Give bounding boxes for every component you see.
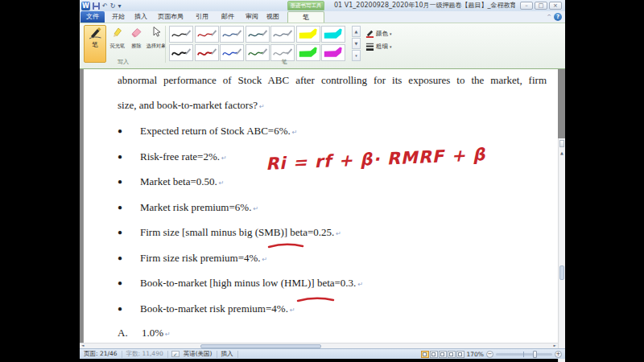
cursor-arrow-icon [150, 26, 162, 38]
ink-thickness-label: 粗细 [376, 43, 388, 51]
bullet-item: ●Book-to-market [high minus low (HML)] b… [118, 277, 547, 293]
pen-style-cell[interactable] [195, 26, 219, 43]
minimize-button[interactable]: – [520, 2, 533, 10]
bullet-item: ●Book-to-market risk premium=4%.↵ [118, 302, 547, 319]
ink-thickness-button[interactable]: 粗细 ▾ [365, 41, 392, 51]
highlighter-button[interactable]: 荧光笔 [108, 26, 126, 61]
ruler-toggle-icon[interactable] [559, 140, 564, 147]
help-icon[interactable]: ? [554, 13, 562, 21]
bullet-icon: ● [118, 278, 140, 287]
zoom-in-button[interactable]: + [555, 351, 562, 358]
paragraph-line: abnormal performance of Stock ABC after … [118, 74, 547, 90]
save-icon[interactable] [93, 2, 100, 10]
status-separator [167, 351, 168, 358]
print-layout-view-button[interactable] [421, 351, 429, 358]
ribbon-group-pens: ▲ ▼ ▾ 颜色 ▾ 粗细 ▾ 笔 [167, 23, 402, 67]
paragraph-mark: ↵ [165, 331, 171, 338]
highlighter-icon [111, 26, 123, 38]
bullet-text: Book-to-market [high minus low (HML)] be… [140, 277, 356, 289]
tab-references[interactable]: 引用 [192, 11, 212, 23]
answer-option-a: A.1.0%↵ [118, 327, 547, 343]
ink-underline-hml [296, 295, 335, 303]
vertical-scroll-thumb[interactable] [559, 265, 564, 280]
customize-qat-icon[interactable]: ▾ [118, 2, 121, 10]
pen-style-cell[interactable] [169, 26, 193, 43]
word-logo-icon[interactable]: W [81, 2, 90, 10]
tab-page-layout[interactable]: 页面布局 [154, 11, 188, 23]
ink-color-button[interactable]: 颜色 ▾ [365, 28, 392, 39]
bullet-item: ●Market beta=0.50.↵ [118, 175, 547, 191]
document-page[interactable]: abnormal performance of Stock ABC after … [83, 69, 558, 343]
zoom-slider-tick [523, 352, 524, 357]
web-layout-view-button[interactable] [439, 351, 447, 358]
ribbon-group-write: 笔 荧光笔 擦除 选择对象 [81, 23, 165, 67]
zoom-slider-handle[interactable] [533, 351, 537, 358]
insert-mode-indicator[interactable]: 插入 [217, 350, 237, 358]
scroll-up-icon[interactable]: ▲ [559, 149, 565, 157]
word-window: W ↶ ↻ ▾ 墨迹书写工具 01 V1_20200928_2020年10月一级… [80, 0, 565, 359]
status-bar: 页面: 21/46 字数: 11,490 ✓ 英语(美国) 插入 170% − … [80, 348, 565, 359]
bullet-icon: ● [118, 126, 140, 135]
group-separator [165, 26, 166, 63]
paragraph-mark: ↵ [253, 205, 258, 212]
select-objects-button[interactable]: 选择对象 [146, 26, 166, 61]
highlighter-style-cell[interactable] [321, 26, 345, 43]
ribbon-tab-row: 文件 开始 插入 页面布局 引用 邮件 审阅 视图 笔 ^ ? [80, 11, 565, 23]
bullet-text: Firm size [small minus big (SMB)] beta=0… [140, 226, 334, 238]
tab-home[interactable]: 开始 [109, 11, 128, 23]
bullet-icon: ● [118, 177, 140, 186]
gallery-scroll-up-icon[interactable]: ▲ [352, 26, 361, 37]
zoom-slider[interactable] [496, 353, 552, 356]
bullet-icon: ● [118, 203, 140, 212]
zoom-level[interactable]: 170% [467, 351, 484, 358]
title-bar: W ↶ ↻ ▾ 墨迹书写工具 01 V1_20200928_2020年10月一级… [80, 0, 565, 12]
document-area: abnormal performance of Stock ABC after … [80, 69, 565, 343]
page-indicator[interactable]: 页面: 21/46 [80, 350, 122, 358]
spell-check-icon[interactable]: ✓ [171, 351, 180, 357]
redo-icon[interactable]: ↻ [110, 2, 116, 10]
undo-icon[interactable]: ↶ [102, 2, 108, 10]
ink-underline-smb [267, 241, 304, 249]
gallery-scroll-down-icon[interactable]: ▼ [352, 38, 361, 49]
tab-review[interactable]: 审阅 [242, 11, 262, 23]
tab-mailings[interactable]: 邮件 [218, 11, 237, 23]
bullet-item: ●Firm size [small minus big (SMB)] beta=… [118, 226, 547, 242]
bullet-text: Firm size risk premium=4%. [140, 252, 261, 264]
pen-style-cell[interactable] [220, 26, 244, 43]
draft-view-button[interactable] [456, 351, 464, 358]
paragraph-line: size, and book-to-market factors?↵ [118, 99, 547, 115]
word-count[interactable]: 字数: 11,490 [122, 350, 167, 358]
chevron-down-icon: ▾ [390, 31, 392, 36]
zoom-out-button[interactable]: − [486, 351, 493, 358]
eraser-button[interactable]: 擦除 [127, 26, 146, 61]
pen-style-cell[interactable] [246, 26, 270, 43]
paragraph-mark: ↵ [292, 129, 298, 136]
paragraph-mark: ↵ [259, 103, 265, 110]
vertical-scrollbar[interactable]: ▲ ▼ ▲ ● ▼ [558, 138, 565, 362]
close-button[interactable]: × [549, 2, 562, 10]
chevron-down-icon: ▾ [390, 44, 392, 49]
fullscreen-reading-view-button[interactable] [430, 351, 438, 358]
outline-view-button[interactable] [448, 351, 456, 358]
bullet-item: ●Market risk premium=6%.↵ [118, 201, 547, 217]
paragraph-mark: ↵ [336, 230, 341, 237]
highlighter-style-cell[interactable] [296, 26, 320, 43]
maximize-button[interactable]: □ [535, 2, 547, 10]
pen-button[interactable]: 笔 [84, 25, 106, 63]
language-indicator[interactable]: 英语(美国) [180, 350, 217, 358]
pen-icon [88, 26, 102, 40]
tab-file[interactable]: 文件 [80, 11, 105, 23]
tab-insert[interactable]: 插入 [131, 11, 151, 23]
minimize-ribbon-icon[interactable]: ^ [547, 13, 551, 21]
bullet-text: Risk-free rate=2%. [140, 150, 220, 162]
answer-text: 1.0% [142, 327, 163, 339]
quick-access-toolbar: W ↶ ↻ ▾ [81, 1, 121, 10]
ribbon: 笔 荧光笔 擦除 选择对象 [80, 23, 565, 70]
horizontal-scrollbar[interactable]: ◄ ► [80, 343, 558, 348]
bullet-text: Book-to-market risk premium=4%. [140, 302, 288, 315]
tab-pens-active[interactable]: 笔 [287, 11, 324, 23]
pen-style-cell[interactable] [270, 26, 295, 43]
tab-view[interactable]: 视图 [263, 11, 283, 23]
bullet-text: Market risk premium=6%. [140, 201, 251, 213]
ink-color-label: 颜色 [376, 30, 388, 38]
